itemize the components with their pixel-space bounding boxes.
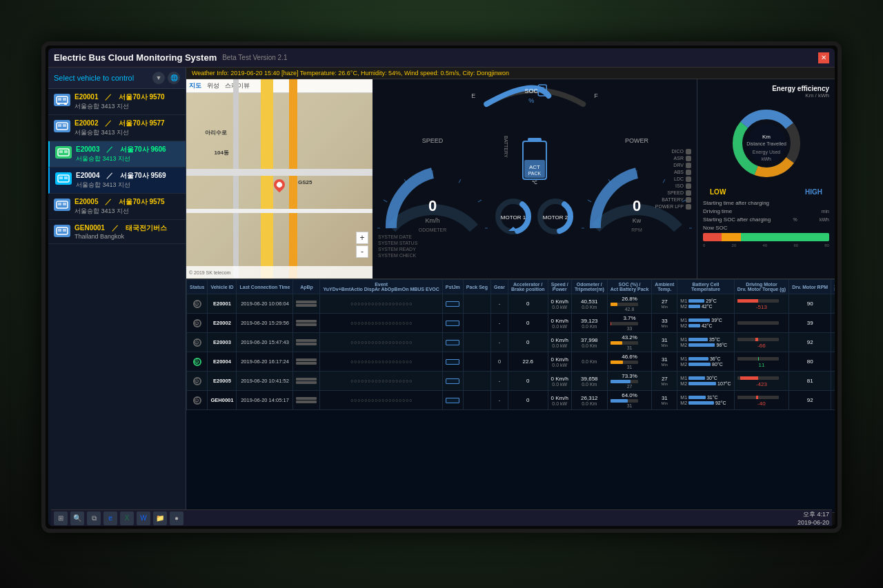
cell-air-comp: 55 xyxy=(831,314,835,333)
svg-text:0: 0 xyxy=(428,197,437,214)
starting-soc-row: Starting SOC after charging % kWh xyxy=(703,216,829,223)
word-button[interactable]: W xyxy=(137,511,150,525)
map-footer: © 2019 SK telecom xyxy=(186,266,373,278)
svg-text:℃: ℃ xyxy=(532,180,537,185)
taskbar: ⊞ 🔍 ⧉ e X W 📁 ● 오후 4:17 2019-06-20 xyxy=(51,509,832,526)
data-table-area[interactable]: Status Vehicle ID Last Connection Time A… xyxy=(186,279,835,512)
close-button[interactable]: ✕ xyxy=(818,52,829,63)
svg-rect-16 xyxy=(63,203,66,205)
th-apbp: ApBp xyxy=(293,280,320,294)
vehicle-info-e20003: E20003 ／ 서울70사 9606 서울승합 3413 지선 xyxy=(76,145,180,163)
sidebar: Select vehicle to control ▼ 🌐 E20001 ／ 서… xyxy=(48,68,186,526)
energy-panel: Energy efficiency Km / kWh xyxy=(697,79,835,278)
cell-speed-power: 0 Km/h 0.0 kW xyxy=(548,391,571,410)
battery-ind-row: BATTERY xyxy=(655,197,691,203)
cell-time: 2019-06-20 15:29:56 xyxy=(237,314,293,333)
table-row[interactable]: ⏻ E20005 2019-06-20 10:41:52 0 0 0 0 0 0… xyxy=(187,372,835,391)
vehicle-item-e20004[interactable]: E20004 ／ 서울70사 9569 서울승합 3413 지선 xyxy=(48,168,186,194)
globe-icon[interactable]: 🌐 xyxy=(168,72,180,84)
windows-start-button[interactable]: ⊞ xyxy=(54,511,68,525)
taskbar-time-area: 오후 4:17 2019-06-20 xyxy=(797,510,829,526)
map-tab-satellite[interactable]: 위성 xyxy=(207,81,219,90)
zoom-out-button[interactable]: - xyxy=(356,245,368,258)
cell-speed-power: 0 Km/h 0.0 kW xyxy=(548,314,571,333)
explorer-button[interactable]: 📁 xyxy=(153,511,167,525)
cell-speed-power: 0 Km/h 0.0 kW xyxy=(548,294,571,314)
map-road-horizontal-2 xyxy=(186,209,373,213)
power-lfp-label: POWER LFP xyxy=(655,204,684,209)
cell-pack-seg xyxy=(463,352,490,372)
low-high-labels: LOW HIGH xyxy=(703,188,829,196)
excel-button[interactable]: X xyxy=(120,511,134,525)
cell-speed-power: 0 Km/h 0.0 kW xyxy=(548,372,571,391)
svg-text:PACK: PACK xyxy=(528,171,542,176)
energy-donut: Km Distance Travelled Energy Used kWh xyxy=(728,105,804,181)
ie-button[interactable]: e xyxy=(103,511,117,525)
soc-area: E SOC % F xyxy=(471,83,598,108)
title-bar: Electric Bus Cloud Monitoring System Bet… xyxy=(48,48,835,68)
speed-indicator xyxy=(686,190,691,196)
map-tab-map[interactable]: 지도 xyxy=(189,81,201,90)
vehicle-info-gen0001: GEN0001 ／ 태국전기버스 Thailand Bangkok xyxy=(75,223,180,240)
chrome-button[interactable]: ● xyxy=(170,511,183,525)
cell-pstjm xyxy=(442,333,463,352)
th-motor-rpm: Drv. Motor RPM xyxy=(789,280,831,294)
vehicle-item-e20002[interactable]: E20002 ／ 서울70사 9577 서울승합 3413 지선 xyxy=(48,115,186,141)
svg-rect-9 xyxy=(59,150,63,153)
table-row[interactable]: ⏻ E20002 2019-06-20 15:29:56 0 0 0 0 0 0… xyxy=(187,314,835,333)
cell-id: E20002 xyxy=(208,314,237,333)
cell-gear: - xyxy=(490,333,508,352)
bus-icon-gen0001 xyxy=(54,225,70,237)
vehicle-id-e20001: E20001 ／ 서울70사 9570 xyxy=(75,92,180,102)
vehicle-id-e20003: E20003 ／ 서울70사 9606 xyxy=(76,145,180,154)
cell-pstjm xyxy=(442,372,463,391)
table-row[interactable]: ⏻ GEH0001 2019-06-20 14:05:17 0 0 0 0 0 … xyxy=(187,391,835,410)
cell-ambient: 33 Min xyxy=(652,314,677,333)
cell-apbp xyxy=(293,314,320,333)
vehicle-item-e20005[interactable]: E20005 ／ 서울70사 9575 서울승합 3413 지선 xyxy=(48,194,186,220)
now-soc-label: Now SOC xyxy=(703,225,728,231)
energy-unit: Km / kWh xyxy=(772,92,829,99)
starting-time-label: Starting time after charging xyxy=(703,200,769,206)
svg-text:Energy Used: Energy Used xyxy=(752,150,780,155)
soc-scale-20: 20 xyxy=(732,243,737,247)
cell-soc: 64.0% 31 xyxy=(607,391,652,410)
map-label-1: 아리수로 xyxy=(205,129,227,136)
cell-events: 0 0 0 0 0 0 0 0 0 0 0 0 0 0 0 0 0 0 xyxy=(320,352,442,372)
iso-row: ISO xyxy=(655,183,691,189)
center-area: Weather Info: 2019-06-20 15:40 [haze] Te… xyxy=(186,68,835,526)
cell-motor-rpm: 92 xyxy=(789,391,831,410)
cell-gear: - xyxy=(490,372,508,391)
th-speed-power: Speed /Power xyxy=(548,280,571,294)
task-view-button[interactable]: ⧉ xyxy=(87,511,101,525)
vehicle-item-e20001[interactable]: E20001 ／ 서울70사 9570 서울승합 3413 지선 xyxy=(48,89,186,115)
vehicle-item-e20003[interactable]: E20003 ／ 서울70사 9606 서울승합 3413 지선 xyxy=(48,141,186,168)
zoom-in-button[interactable]: + xyxy=(356,232,368,244)
cell-bat-cell: M131°C M292°C xyxy=(677,391,734,410)
svg-rect-23 xyxy=(540,87,544,92)
starting-soc-pct: % xyxy=(793,217,797,222)
cell-bat-cell: M139°C M242°C xyxy=(677,314,734,333)
table-row[interactable]: ⏻ E20003 2019-06-20 15:47:43 0 0 0 0 0 0… xyxy=(187,333,835,352)
power-lfp-row: POWER LFP xyxy=(655,204,691,210)
search-button[interactable]: 🔍 xyxy=(70,511,84,525)
cell-air-comp: 64 xyxy=(831,352,835,372)
ldc-label: LDC xyxy=(674,176,684,181)
table-row[interactable]: ⏻ E20004 2019-06-20 16:17:24 0 0 0 0 0 0… xyxy=(187,352,835,372)
map-copyright: © 2019 SK telecom xyxy=(189,270,230,275)
cell-pack-seg xyxy=(463,294,490,314)
weather-bar: Weather Info: 2019-06-20 15:40 [haze] Te… xyxy=(186,68,835,79)
cell-odometer: 39,658 0.0 Km xyxy=(571,372,607,391)
cell-bat-cell: M129°C M242°C xyxy=(677,294,734,314)
svg-rect-6 xyxy=(58,124,61,127)
th-air-comp: Air Compressor /Heater Temp.(°C) xyxy=(831,280,835,294)
svg-text:Kw: Kw xyxy=(633,217,642,224)
th-odometer: Odometer /Tripmeter(m) xyxy=(571,280,607,294)
svg-text:MOTOR 2: MOTOR 2 xyxy=(543,214,568,221)
vehicle-item-gen0001[interactable]: GEN0001 ／ 태국전기버스 Thailand Bangkok xyxy=(48,220,186,244)
svg-rect-13 xyxy=(64,176,68,179)
soc-scale-0: 0 xyxy=(703,243,705,247)
dropdown-icon[interactable]: ▼ xyxy=(152,72,165,84)
table-row[interactable]: ⏻ E20001 2019-06-20 10:06:04 0 0 0 0 0 0… xyxy=(187,294,835,314)
right-indicators: DICO ASR DRV xyxy=(655,149,691,210)
